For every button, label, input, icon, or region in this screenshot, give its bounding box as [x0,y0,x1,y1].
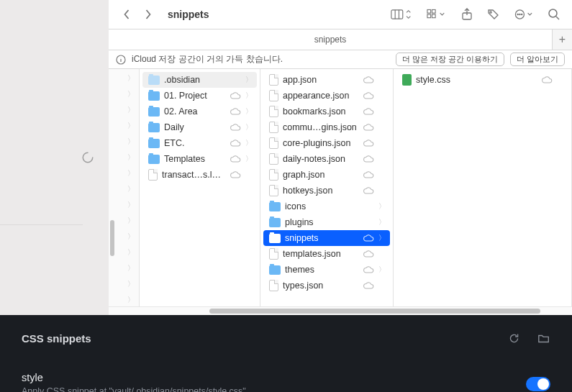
item-name: app.json [283,75,358,85]
new-tab-button[interactable]: + [552,29,572,50]
cloud-icon [230,123,241,132]
item-name: transact…s.ledger [162,170,225,180]
finder-item[interactable]: app.json [263,72,390,88]
cloud-icon [363,186,374,195]
finder-item[interactable]: icons〉 [263,199,390,214]
more-button[interactable] [514,9,533,20]
column-2: app.jsonappearance.jsonbookmarks.jsoncom… [260,69,394,306]
finder-item[interactable]: hotkeys.json [263,183,390,199]
item-name: bookmarks.json [283,106,358,117]
cloud-icon [363,281,374,290]
column-1: .obsidian〉01. Project〉02. Area〉Daily〉ETC… [140,69,260,306]
reload-snippets-button[interactable] [508,332,520,345]
item-name: 02. Area [164,106,225,117]
item-name: style.css [416,75,537,85]
finder-item[interactable]: transact…s.ledger [142,167,257,183]
finder-item[interactable]: daily-notes.json [263,151,390,167]
chevron-right-icon: 〉 [109,103,139,117]
settings-heading: CSS snippets [22,332,91,345]
tags-button[interactable] [487,9,500,20]
cloud-icon [230,91,241,100]
chevron-right-icon: 〉 [245,106,251,117]
chevron-right-icon: 〉 [378,201,384,211]
finder-item[interactable]: commu…gins.json [263,119,390,135]
tab-snippets[interactable]: snippets [109,29,552,50]
item-name: templates.json [283,249,358,259]
item-name: core-plugins.json [283,138,358,148]
open-snippets-folder-button[interactable] [537,333,550,345]
finder-item[interactable]: core-plugins.json [263,135,390,151]
cloud-icon [363,265,374,274]
cloud-icon [230,139,241,147]
item-name: daily-notes.json [283,154,358,164]
svg-rect-2 [432,9,435,13]
group-button[interactable] [427,9,447,20]
finder-item[interactable]: Templates〉 [142,151,257,167]
chevron-right-icon: 〉 [245,91,251,101]
item-name: icons [285,201,358,211]
folder-icon [148,91,160,101]
finder-item[interactable]: style.css [396,72,568,88]
cloud-icon [363,107,374,116]
item-name: graph.json [283,170,358,180]
finder-item[interactable]: graph.json [263,167,390,183]
svg-point-8 [517,14,518,14]
horizontal-scrollbar[interactable] [109,306,572,315]
finder-item[interactable]: plugins〉 [263,214,390,230]
cloud-icon [363,155,374,163]
chevron-right-icon: 〉 [109,277,139,291]
finder-item[interactable]: snippets〉 [263,230,390,246]
chevron-right-icon: 〉 [109,198,139,211]
info-icon [116,55,126,65]
item-name: Daily [164,122,225,132]
vertical-scrollbar[interactable] [110,220,114,256]
svg-point-10 [522,14,522,14]
more-storage-button[interactable]: 더 많은 저장 공간 이용하기 [396,53,504,66]
finder-window: snippets [0,0,572,315]
search-button[interactable] [548,8,560,21]
chevron-right-icon: 〉 [245,122,251,132]
columns-view: 〉〉〉〉〉〉〉〉〉〉〉〉〉〉〉 .obsidian〉01. Project〉02… [109,69,572,306]
finder-item[interactable]: appearance.json [263,88,390,104]
finder-item[interactable]: ETC.〉 [142,135,257,151]
finder-item[interactable]: 01. Project〉 [142,88,257,104]
item-name: Templates [164,154,225,164]
folder-icon [269,265,281,275]
loading-spinner-icon [81,151,94,164]
share-button[interactable] [461,8,473,21]
file-icon [269,106,278,117]
item-name: types.json [283,281,358,291]
finder-item[interactable]: .obsidian〉 [142,72,257,88]
finder-item[interactable]: 02. Area〉 [142,104,257,119]
finder-item[interactable]: bookmarks.json [263,104,390,119]
back-button[interactable] [123,9,131,20]
chevron-right-icon: 〉 [378,217,384,227]
chevron-right-icon: 〉 [245,138,251,148]
cloud-icon [363,250,374,258]
item-name: snippets [285,233,358,243]
finder-item[interactable]: Daily〉 [142,119,257,135]
cloud-icon [363,123,374,132]
file-icon [269,185,278,196]
snippet-description: Apply CSS snippet at "vault/.obsidian/sn… [22,386,526,392]
cloud-icon [541,76,553,84]
file-icon [269,74,278,86]
file-icon [269,153,278,165]
chevron-right-icon: 〉 [378,265,384,275]
finder-item[interactable]: templates.json [263,246,390,262]
chevron-right-icon: 〉 [109,182,139,196]
cloud-icon [230,107,241,116]
file-icon [148,169,158,181]
view-columns-button[interactable] [391,8,412,21]
column-3: style.css [394,69,572,306]
file-icon [269,122,278,133]
snippet-toggle[interactable] [526,377,550,391]
finder-item[interactable]: types.json [263,278,390,293]
finder-item[interactable]: themes〉 [263,262,390,278]
obsidian-settings-panel: CSS snippets style Apply CSS snippet at … [0,315,572,392]
file-icon [269,137,278,149]
item-name: ETC. [164,138,225,148]
learn-more-button[interactable]: 더 알아보기 [510,53,565,66]
forward-button[interactable] [144,9,152,20]
cloud-icon [363,170,374,179]
